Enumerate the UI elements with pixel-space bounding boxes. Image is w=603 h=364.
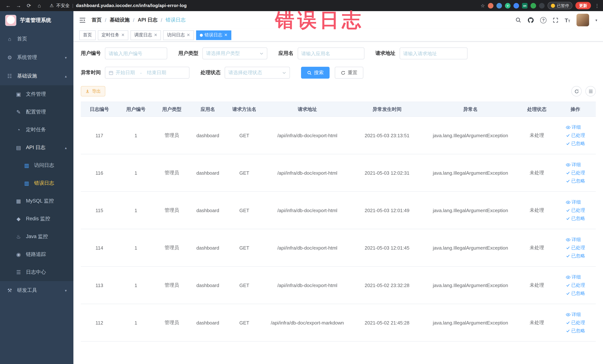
sidebar-item-home[interactable]: ⌂ 首页 <box>0 30 73 48</box>
cell-user-type: 管理员 <box>154 304 190 341</box>
sidebar-item-infrastructure[interactable]: ☷ 基础设施 ▴ <box>0 67 73 85</box>
sidebar-item-error-log[interactable]: ▥ 错误日志 <box>0 174 73 192</box>
cell-exception-name: java.lang.IllegalArgumentException <box>422 267 519 304</box>
extension-icon-on[interactable]: on <box>522 3 528 8</box>
extension-icon-2[interactable] <box>496 3 502 8</box>
action-detail-link[interactable]: 详细 <box>566 236 581 243</box>
sidebar-item-dev-tools[interactable]: ⚒ 研发工具 ▾ <box>0 281 73 300</box>
action-processed-link[interactable]: 已处理 <box>566 170 585 176</box>
action-ignored-link[interactable]: 已忽略 <box>566 215 585 222</box>
font-size-icon[interactable]: TT <box>565 17 570 23</box>
extension-icon-5[interactable] <box>531 3 536 8</box>
action-processed-link[interactable]: 已处理 <box>566 245 585 251</box>
action-detail-link[interactable]: 详细 <box>566 311 581 318</box>
breadcrumb-api-log[interactable]: API 日志 <box>138 17 158 23</box>
github-icon[interactable] <box>528 17 534 23</box>
close-icon[interactable]: ✕ <box>121 33 125 37</box>
action-ignored-link[interactable]: 已忽略 <box>566 253 585 259</box>
action-detail-link[interactable]: 详细 <box>566 274 581 280</box>
tab-home[interactable]: 首页 <box>79 30 96 40</box>
chevron-up-icon: ▴ <box>65 146 67 150</box>
sidebar-item-java-monitor[interactable]: ♨ Java 监控 <box>0 228 73 246</box>
sidebar-item-api-log[interactable]: ▤ API 日志 ▴ <box>0 139 73 156</box>
sidebar-item-access-log[interactable]: ▥ 访问日志 <box>0 156 73 174</box>
cell-method: GET <box>226 154 263 192</box>
column-request-url: 请求地址 <box>263 102 352 117</box>
sidebar-item-system-management[interactable]: ⚙ 系统管理 ▾ <box>0 48 73 67</box>
action-processed-link[interactable]: 已处理 <box>566 282 585 288</box>
extension-icon-6[interactable] <box>539 3 545 8</box>
browser-update-button[interactable]: 更新 <box>575 2 591 9</box>
forward-button[interactable]: → <box>14 1 23 10</box>
breadcrumb-home[interactable]: 首页 <box>92 17 102 23</box>
user-id-field[interactable] <box>109 51 163 56</box>
sidebar-item-config-management[interactable]: ✎ 配置管理 <box>0 103 73 121</box>
breadcrumb-infrastructure[interactable]: 基础设施 <box>110 17 130 23</box>
avatar-caret-icon[interactable]: ▾ <box>595 18 597 22</box>
close-icon[interactable]: ✕ <box>187 33 190 37</box>
extension-icon-4[interactable] <box>513 3 519 8</box>
action-processed-link[interactable]: 已处理 <box>566 207 585 213</box>
action-processed-link[interactable]: 已处理 <box>566 132 585 139</box>
bookmark-star-icon[interactable]: ☆ <box>481 3 485 8</box>
tab-error-log[interactable]: 错误日志 ✕ <box>196 30 231 40</box>
browser-menu-icon[interactable]: ⋮ <box>595 3 600 8</box>
action-ignored-link[interactable]: 已忽略 <box>566 178 585 184</box>
action-label: 已处理 <box>571 207 585 213</box>
process-status-select[interactable]: 请选择处理状态 <box>225 67 290 79</box>
action-ignored-link[interactable]: 已忽略 <box>566 290 585 296</box>
chevron-down-icon <box>259 51 264 55</box>
action-ignored-link[interactable]: 已忽略 <box>566 328 585 334</box>
sidebar-item-file-management[interactable]: ▣ 文件管理 <box>0 85 73 103</box>
help-icon[interactable]: ? <box>540 17 547 23</box>
search-icon[interactable] <box>515 17 522 23</box>
action-detail-link[interactable]: 详细 <box>566 124 581 130</box>
action-detail-link[interactable]: 详细 <box>566 199 581 205</box>
action-ignored-link[interactable]: 已忽略 <box>566 140 585 147</box>
sidebar-item-log-center[interactable]: ☰ 日志中心 <box>0 263 73 281</box>
user-id-input[interactable] <box>105 47 167 59</box>
folder-icon: ▣ <box>16 91 22 97</box>
tab-dispatch-log[interactable]: 调度日志 ✕ <box>130 30 161 40</box>
refresh-button[interactable] <box>571 86 582 96</box>
action-processed-link[interactable]: 已处理 <box>566 319 585 326</box>
tab-access-log[interactable]: 访问日志 ✕ <box>163 30 194 40</box>
action-detail-link[interactable]: 详细 <box>566 162 581 168</box>
close-icon[interactable]: ✕ <box>154 33 157 37</box>
breadcrumb-separator: / <box>105 17 106 23</box>
eye-icon <box>566 200 570 205</box>
search-button[interactable]: 搜索 <box>301 67 330 79</box>
sidebar-item-redis-monitor[interactable]: ◆ Redis 监控 <box>0 210 73 228</box>
home-button[interactable]: ⌂ <box>35 1 44 10</box>
reload-button[interactable]: ⟳ <box>24 1 33 10</box>
column-settings-button[interactable] <box>585 86 596 96</box>
address-bar[interactable]: ⚠ 不安全 | dashboard.yudao.iocoder.cn/infra… <box>50 2 187 9</box>
app-name-input[interactable] <box>298 47 364 59</box>
cell-process-status: 未处理 <box>519 192 555 229</box>
user-type-select[interactable]: 请选择用户类型 <box>202 47 267 59</box>
sidebar-item-scheduled-tasks[interactable]: ◔ 定时任务 <box>0 121 73 139</box>
user-avatar[interactable] <box>577 14 589 26</box>
app-name-field[interactable] <box>301 51 360 56</box>
eye-icon <box>566 125 570 130</box>
extensions-paused-badge[interactable]: 已暂停 <box>548 2 572 9</box>
request-url-field[interactable] <box>403 51 464 56</box>
tab-scheduled-tasks[interactable]: 定时任务 ✕ <box>98 30 128 40</box>
calendar-icon <box>109 70 114 75</box>
cell-request-url: /api/infra/db-doc/export-html <box>263 154 352 192</box>
date-range-input[interactable]: 开始日期 - 结束日期 <box>105 67 189 79</box>
back-button[interactable]: ← <box>4 1 13 10</box>
extension-icon-1[interactable] <box>488 3 493 8</box>
request-url-input[interactable] <box>399 47 467 59</box>
export-button[interactable]: 导出 <box>81 86 105 96</box>
sidebar-item-link-tracing[interactable]: ◉ 链路追踪 <box>0 246 73 263</box>
close-icon[interactable]: ✕ <box>224 33 227 37</box>
sidebar-item-label: 配置管理 <box>26 109 46 115</box>
column-user-type: 用户类型 <box>154 102 190 117</box>
hamburger-icon[interactable] <box>79 17 86 23</box>
extension-icon-3[interactable]: V <box>505 3 510 8</box>
reset-button[interactable]: 重置 <box>335 67 363 79</box>
sidebar-item-mysql-monitor[interactable]: ▦ MySQL 监控 <box>0 192 73 210</box>
sidebar: 芋道管理系统 ⌂ 首页 ⚙ 系统管理 ▾ ☷ 基础设施 ▴ ▣ 文件管理 <box>0 11 73 364</box>
fullscreen-icon[interactable] <box>553 17 558 23</box>
